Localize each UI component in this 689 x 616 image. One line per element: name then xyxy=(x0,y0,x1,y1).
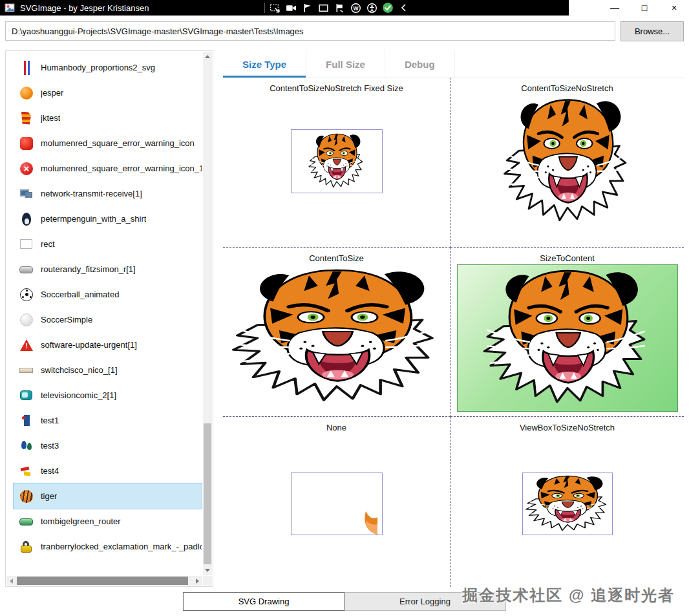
panel-title: ContentToSizeNoStretch Fixed Size xyxy=(270,83,403,93)
bottom-tab-bar: SVG Drawing Error Logging xyxy=(183,592,506,611)
browse-button[interactable]: Browse... xyxy=(620,21,684,41)
tiger-clipped-fragment xyxy=(361,505,377,535)
list-item-tiger[interactable]: tiger xyxy=(14,483,202,509)
list-item-network[interactable]: network-transmit-receive[1] xyxy=(14,181,202,206)
soccer-ball-icon xyxy=(19,287,34,303)
tiger-image xyxy=(228,265,446,409)
size-type-grid: ContentToSizeNoStretch Fixed Size Conten… xyxy=(223,78,684,587)
human-body-icon xyxy=(19,60,34,76)
test3-icon xyxy=(19,438,34,454)
list-item-software-update[interactable]: software-update-urgent[1] xyxy=(14,332,202,357)
tab-size-type[interactable]: Size Type xyxy=(223,50,306,78)
vertical-scroll-thumb[interactable] xyxy=(204,423,211,564)
tab-bar: Size Type Full Size Debug xyxy=(223,50,684,78)
list-item-soccersimple[interactable]: SoccerSimple xyxy=(14,307,202,332)
tiger-image xyxy=(480,266,655,410)
orange-sphere-icon xyxy=(19,85,34,101)
red-error-circle-icon xyxy=(19,161,34,176)
list-item-jktest[interactable]: jktest xyxy=(14,105,202,131)
flag-marker-icon[interactable] xyxy=(301,1,313,14)
router-green-icon xyxy=(19,514,34,529)
image-frame xyxy=(291,473,383,535)
word-circle-icon[interactable]: W xyxy=(349,1,362,14)
collapse-left-icon[interactable] xyxy=(398,1,410,14)
network-monitors-icon xyxy=(19,186,34,202)
rectangle-icon xyxy=(19,237,34,252)
scroll-down-arrow[interactable] xyxy=(203,566,212,575)
file-list-panel: Humanbody_proportions2_svg jesper jktest… xyxy=(5,50,213,587)
list-item-rect[interactable]: rect xyxy=(14,231,202,257)
image-frame xyxy=(522,473,613,535)
list-item-switch[interactable]: switchcisco_nico_[1] xyxy=(14,357,202,383)
list-item-router-grey[interactable]: routerandy_fitzsimon_r[1] xyxy=(14,257,202,282)
tab-debug[interactable]: Debug xyxy=(385,50,455,78)
television-icon xyxy=(19,388,34,403)
path-input[interactable] xyxy=(5,21,615,41)
penguin-icon xyxy=(19,211,34,227)
router-grey-icon xyxy=(19,262,34,277)
color-blocks-icon xyxy=(19,111,34,126)
list-item-red-square[interactable]: molumenred_square_error_warning_icon xyxy=(14,131,202,156)
green-image-frame xyxy=(457,264,678,412)
list-item-test3[interactable]: test3 xyxy=(14,433,202,458)
list-item-router-green[interactable]: tombigelgreen_router xyxy=(14,509,202,534)
panel-title: ViewBoxToSizeNoStretch xyxy=(520,423,615,432)
list-item-test1[interactable]: test1 xyxy=(14,408,202,433)
toolbar-separator xyxy=(264,3,265,13)
flag-pin-icon[interactable] xyxy=(333,1,346,14)
list-item-test4[interactable]: test4 xyxy=(14,458,202,483)
panel-title: ContentToSizeNoStretch xyxy=(521,83,613,93)
preview-panel: Size Type Full Size Debug ContentToSizeN… xyxy=(223,50,684,587)
close-button[interactable]: × xyxy=(659,0,689,16)
vertical-scrollbar[interactable] xyxy=(203,52,212,575)
minimize-button[interactable]: — xyxy=(600,0,630,16)
list-item-padlock[interactable]: tranberrylocked_exclamation_mark_-_padlc xyxy=(14,534,202,559)
scroll-up-arrow[interactable] xyxy=(203,52,212,61)
list-item-humanbody[interactable]: Humanbody_proportions2_svg xyxy=(14,55,202,80)
maximize-button[interactable]: □ xyxy=(630,0,659,16)
padlock-icon xyxy=(19,539,34,555)
list-item-jesper[interactable]: jesper xyxy=(14,80,202,105)
warning-triangle-icon xyxy=(19,337,34,353)
accessibility-icon[interactable] xyxy=(365,1,378,14)
capture-region-icon[interactable] xyxy=(268,1,281,14)
test1-icon xyxy=(19,413,34,429)
panel-content-to-size: ContentToSize xyxy=(223,248,450,418)
tiger-image xyxy=(499,95,636,228)
list-item-penguin[interactable]: petermpenguin_with_a_shirt xyxy=(14,206,202,231)
panel-title: ContentToSize xyxy=(309,253,364,263)
panel-size-to-content: SizeToContent xyxy=(450,248,684,418)
panel-title: None xyxy=(326,423,346,432)
tab-full-size[interactable]: Full Size xyxy=(306,50,385,78)
horizontal-scrollbar[interactable] xyxy=(6,576,202,586)
list-item-red-error[interactable]: molumenred_square_error_warning_icon_1 xyxy=(14,156,202,181)
tiger-image xyxy=(295,132,378,191)
list-item-television[interactable]: televisioncomic_2[1] xyxy=(14,383,202,408)
tab-svg-drawing[interactable]: SVG Drawing xyxy=(183,592,344,611)
switch-icon xyxy=(19,363,34,378)
panel-viewbox-to-size-nostretch: ViewBoxToSizeNoStretch xyxy=(450,417,684,587)
red-square-icon xyxy=(19,136,34,151)
panel-content-to-size-nostretch: ContentToSizeNoStretch xyxy=(450,78,684,248)
scrollbar-corner xyxy=(203,576,212,586)
list-item-soccerball[interactable]: Soccerball_animated xyxy=(14,282,202,307)
app-icon xyxy=(5,3,15,13)
video-record-icon[interactable] xyxy=(284,1,297,14)
window-title: SVGImage - by Jesper Kristiansen xyxy=(20,3,149,13)
panel-none: None xyxy=(223,417,450,587)
test4-icon xyxy=(19,463,34,479)
capture-toolbar: W xyxy=(261,0,414,16)
app-window: { "window": { "title": "SVGImage - by Je… xyxy=(0,0,689,616)
watermark-text: 掘金技术社区 @ 追逐时光者 xyxy=(462,585,675,606)
scroll-right-arrow[interactable] xyxy=(193,576,202,586)
scroll-left-arrow[interactable] xyxy=(6,576,16,586)
file-list: Humanbody_proportions2_svg jesper jktest… xyxy=(6,51,203,576)
rectangle-select-icon[interactable] xyxy=(317,1,330,14)
tiger-image xyxy=(524,474,611,534)
check-success-icon[interactable] xyxy=(381,1,394,14)
tiger-icon xyxy=(19,489,34,504)
image-frame xyxy=(291,129,383,193)
panel-content-to-size-nostretch-fixed: ContentToSizeNoStretch Fixed Size xyxy=(223,78,450,248)
horizontal-scroll-thumb[interactable] xyxy=(17,577,188,585)
window-controls: — □ × xyxy=(569,0,689,16)
